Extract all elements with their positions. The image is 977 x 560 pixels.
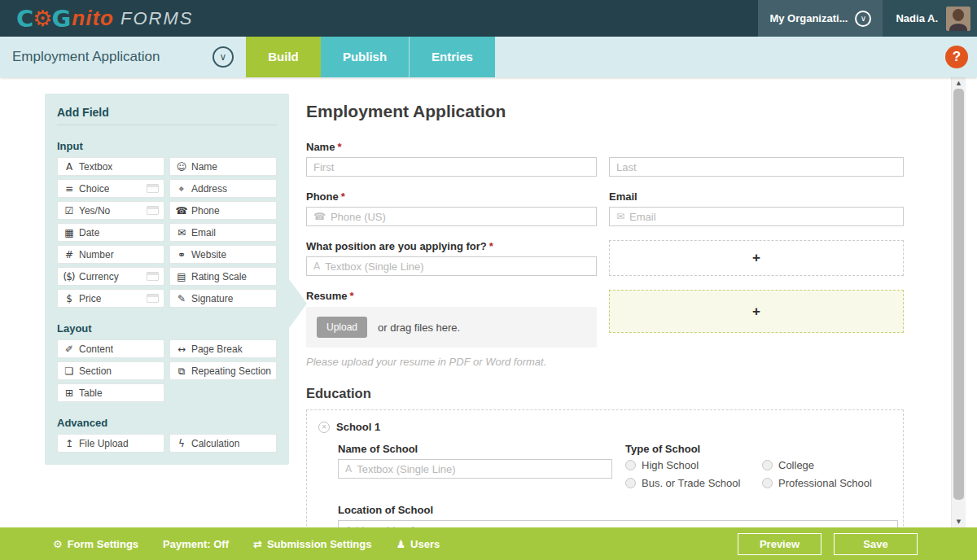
add-field-signature-button[interactable]: ✎Signature [169,289,277,308]
radio-icon [625,460,636,470]
add-field-dropzone[interactable]: + [609,240,904,276]
phone-icon: ☎ [313,212,326,221]
textbox-icon: A [313,261,320,271]
field-button-label: Yes/No [79,205,110,217]
vertical-scrollbar[interactable]: ▲ ▼ [951,77,966,527]
add-field-dropzone-highlighted[interactable]: + [609,290,904,333]
field-button-label: Choice [79,183,109,195]
last-name-input[interactable]: Last [609,157,904,177]
shuffle-icon: ⇄ [253,539,262,549]
form-heading: Employment Application [306,102,904,121]
footer-item-submission-settings[interactable]: ⇄Submission Settings [253,538,371,550]
top-bar: C ⚙ G nito FORMS My Organizati... ∨ Nadi… [0,0,977,37]
last-name-placeholder: Last [616,161,637,173]
add-field-number-button[interactable]: #Number [57,245,164,264]
add-field-file-upload-button[interactable]: ↥File Upload [57,434,164,453]
name-label-text: Name [306,141,335,153]
choices-card-icon [147,294,159,303]
field-button-label: Phone [191,205,220,217]
tab-entries[interactable]: Entries [409,37,495,77]
footer-item-payment-off[interactable]: Payment: Off [163,538,229,550]
education-repeating-section[interactable]: ✕ School 1 Name of School A Textbox (Sin… [306,409,904,527]
field-group-label-layout: Layout [57,322,277,335]
resume-help-text: Please upload your resume in PDF or Word… [306,356,597,368]
avatar[interactable] [946,7,970,31]
add-field-table-button[interactable]: ⊞Table [57,383,164,402]
bottom-bar: ⚙Form SettingsPayment: Off⇄Submission Se… [0,527,977,560]
remove-item-icon[interactable]: ✕ [318,422,330,433]
footer-item-users[interactable]: ♟Users [396,538,440,550]
add-field-currency-button[interactable]: ($)Currency [57,267,164,286]
logo-nito-text: nito [72,6,114,31]
name-of-school-field: Name of School A Textbox (Single Line) [338,443,612,489]
tab-build[interactable]: Build [246,37,321,77]
radio-option-bus-or-trade-school[interactable]: Bus. or Trade School [625,477,762,489]
school-item-header: ✕ School 1 [318,421,892,433]
organization-menu[interactable]: My Organizati... ∨ [758,0,883,37]
save-button[interactable]: Save [834,533,918,555]
radio-option-high-school[interactable]: High School [625,459,762,471]
upload-button[interactable]: Upload [317,317,367,338]
first-name-input[interactable]: First [306,157,597,177]
field-group-input: ATextbox☺Name≡Choice⌖Address☑Yes/No☎Phon… [57,157,277,308]
location-of-school-label: Location of School [338,504,892,516]
help-button[interactable]: ? [945,46,968,68]
add-field-rating-scale-button[interactable]: ▤Rating Scale [169,267,277,286]
add-field-website-button[interactable]: ⚭Website [169,245,277,264]
textbox-icon: A [63,162,75,172]
cognito-forms-logo[interactable]: C ⚙ G nito FORMS [16,5,193,33]
add-field-calculation-button[interactable]: ϟCalculation [169,434,277,453]
position-input[interactable]: A Textbox (Single Line) [306,256,597,276]
field-button-label: Section [79,365,112,377]
add-field-choice-button[interactable]: ≡Choice [57,179,164,198]
scroll-up-arrow-icon[interactable]: ▲ [952,77,966,89]
email-label-text: Email [609,190,637,203]
envelope-icon: ✉ [616,212,624,221]
add-field-textbox-button[interactable]: ATextbox [57,157,164,176]
required-asterisk: * [350,290,354,302]
builder-workspace: Add Field InputATextbox☺Name≡Choice⌖Addr… [0,77,977,527]
add-field-address-button[interactable]: ⌖Address [169,179,277,198]
required-asterisk: * [489,240,493,252]
scroll-down-arrow-icon[interactable]: ▼ [952,516,966,527]
add-field-page-break-button[interactable]: ↔Page Break [169,339,277,358]
add-field-content-button[interactable]: ✐Content [57,339,164,358]
radio-option-label: Professional School [778,477,872,489]
name-of-school-input[interactable]: A Textbox (Single Line) [338,459,612,479]
type-of-school-field: Type of School High SchoolCollegeBus. or… [625,443,892,489]
add-field-date-button[interactable]: ▦Date [57,223,164,242]
user-menu[interactable]: Nadia A. [883,0,977,37]
resume-label-text: Resume [306,290,348,302]
phone-input[interactable]: ☎ Phone (US) [306,207,597,226]
add-field-yes-no-button[interactable]: ☑Yes/No [57,201,164,220]
add-field-panel: Add Field InputATextbox☺Name≡Choice⌖Addr… [45,94,289,465]
resume-field: Resume* Upload or drag files here. [306,290,597,348]
form-title-chevron-icon[interactable]: ∨ [212,46,234,68]
add-field-section-button[interactable]: ❏Section [57,361,164,380]
add-field-price-button[interactable]: $Price [57,289,164,308]
address-line1-input[interactable]: Address Line 1 [338,520,898,527]
radio-option-label: Bus. or Trade School [642,477,740,489]
file-upload-icon: ↥ [63,439,75,448]
preview-button[interactable]: Preview [738,533,821,555]
add-field-email-button[interactable]: ✉Email [169,223,277,242]
add-field-repeating-section-button[interactable]: ⧉Repeating Section [169,361,277,380]
position-label-text: What position are you applying for? [306,240,487,252]
add-field-name-button[interactable]: ☺Name [169,157,277,176]
radio-option-label: High School [642,459,699,471]
footer-item-form-settings[interactable]: ⚙Form Settings [53,538,138,550]
tab-publish[interactable]: Publish [321,37,409,77]
radio-option-college[interactable]: College [762,459,892,471]
scrollbar-thumb[interactable] [953,89,964,500]
field-button-label: Price [79,293,101,304]
position-row: What position are you applying for?* A T… [306,240,904,276]
field-button-label: Rating Scale [191,271,247,282]
field-button-label: Signature [191,293,233,304]
field-button-label: Repeating Section [191,365,271,377]
field-group-layout: ✐Content↔Page Break❏Section⧉Repeating Se… [57,339,277,402]
email-input[interactable]: ✉ Email [609,207,904,226]
add-field-phone-button[interactable]: ☎Phone [169,201,277,220]
name-label: Name* [306,141,597,153]
address-pin-icon: ⌖ [175,184,187,194]
radio-option-professional-school[interactable]: Professional School [762,477,892,489]
